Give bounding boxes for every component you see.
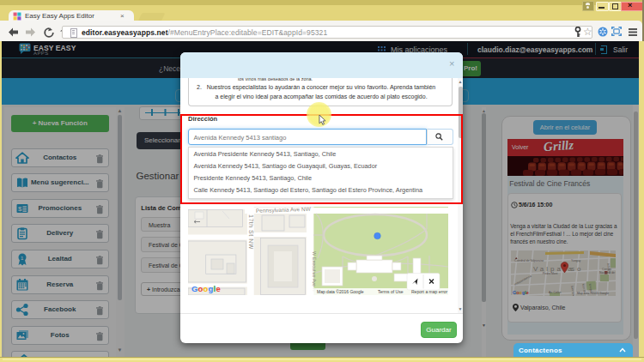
svg-text:Terms of Use: Terms of Use — [378, 289, 404, 294]
svg-text:Map data ©2016 Google: Map data ©2016 Google — [317, 289, 364, 294]
svg-text:l: l — [214, 284, 216, 293]
svg-text:17th St NW: 17th St NW — [248, 214, 254, 250]
svg-text:W Executive Ave N: W Executive Ave N — [312, 251, 317, 292]
svg-text:G: G — [191, 284, 197, 293]
svg-text:e: e — [216, 284, 221, 293]
